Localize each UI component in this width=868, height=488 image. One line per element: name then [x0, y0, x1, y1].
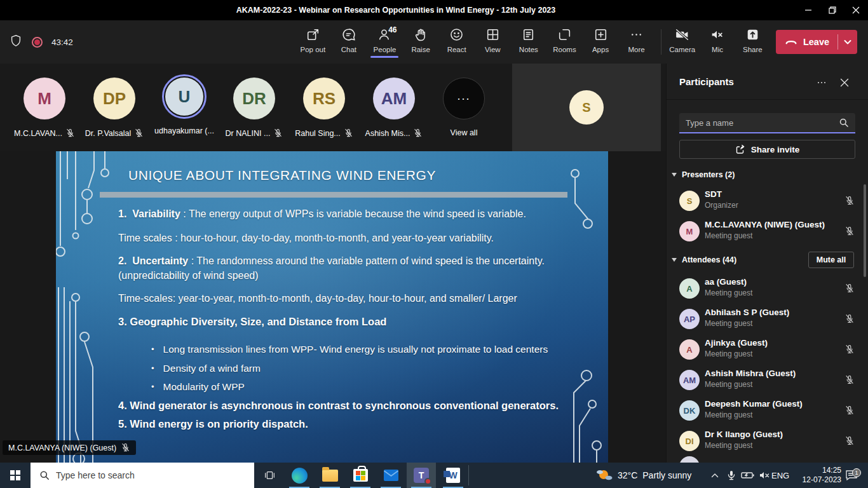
participant-row[interactable]: A Ajinkya (Guest) Meeting guest: [667, 334, 868, 365]
action-center-button[interactable]: 1: [845, 463, 858, 488]
participant-row[interactable]: DI Dr K Ilango (Guest) Meeting guest: [667, 426, 868, 456]
tray-microphone-icon[interactable]: [723, 463, 740, 488]
tray-battery-icon[interactable]: [740, 463, 756, 488]
taskbar-divider: [468, 465, 469, 485]
file-explorer-icon: [322, 470, 338, 482]
tile-participant[interactable]: DR Dr NALINI ...: [219, 64, 289, 151]
pop-out-button[interactable]: Pop out: [295, 25, 331, 53]
presenters-section-header[interactable]: Presenters (2): [672, 170, 735, 179]
avatar: S: [569, 90, 604, 125]
taskbar-search-input[interactable]: [56, 470, 254, 480]
tray-clock[interactable]: 14:25 12-07-2023: [793, 463, 841, 488]
shield-icon[interactable]: [9, 34, 23, 50]
taskbar-edge-button[interactable]: [285, 463, 314, 488]
weather-desc: Partly sunny: [642, 470, 691, 480]
more-ellipsis-icon: [628, 27, 644, 44]
raise-hand-icon: [413, 27, 429, 44]
mic-muted-icon: [134, 128, 144, 138]
teams-icon: T: [414, 468, 429, 483]
participant-row[interactable]: DK Deepesh Kumar (Guest) Meeting guest: [667, 395, 868, 426]
attendees-section-header[interactable]: Attendees (44): [672, 255, 736, 264]
mic-muted-icon[interactable]: [844, 436, 855, 446]
view-button[interactable]: View: [475, 25, 511, 53]
camera-button[interactable]: Camera: [665, 25, 700, 53]
taskbar-teams-button[interactable]: T: [407, 463, 436, 488]
mic-muted-icon: [413, 128, 423, 138]
taskbar-store-button[interactable]: [346, 463, 375, 488]
apps-button[interactable]: Apps: [583, 25, 619, 53]
leave-options-chevron[interactable]: [838, 39, 857, 44]
tray-expand-chevron[interactable]: [707, 463, 723, 488]
mic-muted-icon[interactable]: [844, 344, 855, 355]
word-icon: W: [446, 468, 460, 483]
mail-icon: [383, 469, 399, 482]
raise-hand-button[interactable]: Raise: [403, 25, 439, 53]
participant-search-input[interactable]: [679, 118, 839, 128]
participant-row[interactable]: AP Abhilash S P (Guest) Meeting guest: [667, 304, 868, 334]
share-button[interactable]: Share: [735, 25, 770, 53]
mic-muted-icon[interactable]: [844, 283, 855, 294]
people-button[interactable]: 46 People: [367, 25, 403, 53]
mute-all-button[interactable]: Mute all: [808, 252, 854, 268]
panel-scrollbar[interactable]: [864, 184, 866, 277]
taskbar-word-button[interactable]: W: [438, 463, 468, 488]
slide-title: UNIQUE ABOUT INTEGRATING WIND ENERGY: [128, 168, 436, 183]
more-button[interactable]: More: [618, 25, 654, 53]
panel-title: Participants: [679, 76, 734, 87]
mic-muted-icon[interactable]: [844, 226, 855, 236]
slide-divider-bar: [100, 192, 567, 198]
participant-row[interactable]: AM Ashish Mishra (Guest) Meeting guest: [667, 365, 868, 395]
react-button[interactable]: React: [438, 25, 475, 53]
speaker-muted-icon: [709, 27, 725, 44]
notes-button[interactable]: Notes: [511, 25, 547, 53]
participant-row[interactable]: A aa (Guest) Meeting guest: [667, 273, 868, 304]
taskbar-search-box[interactable]: [31, 463, 254, 488]
mic-muted-icon[interactable]: [844, 405, 855, 416]
leave-button[interactable]: Leave: [776, 30, 857, 54]
speaking-ring: U: [162, 74, 207, 119]
task-view-button[interactable]: [254, 463, 285, 488]
tray-language-indicator[interactable]: ENG: [771, 463, 789, 488]
avatar: [679, 456, 700, 463]
participant-row[interactable]: S SDT Organizer: [667, 186, 868, 216]
chat-button[interactable]: Chat: [331, 25, 367, 53]
rooms-button[interactable]: Rooms: [546, 25, 583, 53]
avatar: U: [165, 78, 203, 116]
windows-taskbar: T W 32°C Partly sunny ENG 14:25 12-07-20…: [0, 463, 868, 488]
tile-participant[interactable]: M M.C.LAVAN...: [10, 64, 79, 151]
weather-widget[interactable]: 32°C Partly sunny: [596, 463, 691, 488]
participant-row[interactable]: M M.C.LAVANYA (NIWE) (Guest) Meeting gue…: [667, 216, 868, 247]
view-all-ellipsis-icon: ...: [443, 78, 485, 119]
participant-search-box[interactable]: [679, 113, 855, 133]
presenter-video-tile[interactable]: S: [512, 64, 661, 151]
partly-sunny-icon: [596, 468, 613, 482]
mic-muted-icon[interactable]: [844, 314, 855, 324]
panel-close-icon[interactable]: [837, 75, 852, 90]
close-button[interactable]: [844, 0, 868, 20]
tile-participant[interactable]: AM Ashish Mis...: [359, 64, 429, 151]
view-grid-icon: [485, 27, 501, 44]
tile-participant[interactable]: RS Rahul Sing...: [289, 64, 359, 151]
mic-muted-icon[interactable]: [844, 196, 855, 206]
taskbar-file-explorer-button[interactable]: [315, 463, 344, 488]
start-button[interactable]: [0, 463, 31, 488]
avatar: A: [679, 278, 700, 299]
pop-out-icon: [305, 27, 321, 44]
view-all-tile[interactable]: ... View all: [429, 64, 499, 151]
mic-button[interactable]: Mic: [700, 25, 735, 53]
avatar: AM: [373, 78, 415, 119]
react-smiley-icon: [449, 27, 465, 44]
restore-button[interactable]: [820, 0, 844, 20]
hangup-phone-icon: [784, 37, 798, 48]
toolbar-separator: [661, 29, 661, 55]
avatar: S: [679, 191, 700, 211]
tray-volume-muted-icon[interactable]: [756, 463, 773, 488]
panel-more-icon[interactable]: [814, 75, 829, 90]
tile-participant-speaking[interactable]: U udhayakumar (...: [149, 64, 219, 151]
mic-muted-icon: [65, 128, 75, 138]
tile-participant[interactable]: DP Dr. P.Valsalal: [79, 64, 149, 151]
share-invite-button[interactable]: Share invite: [679, 140, 855, 159]
taskbar-mail-button[interactable]: [376, 463, 405, 488]
minimize-button[interactable]: [796, 0, 820, 20]
mic-muted-icon[interactable]: [844, 375, 855, 385]
